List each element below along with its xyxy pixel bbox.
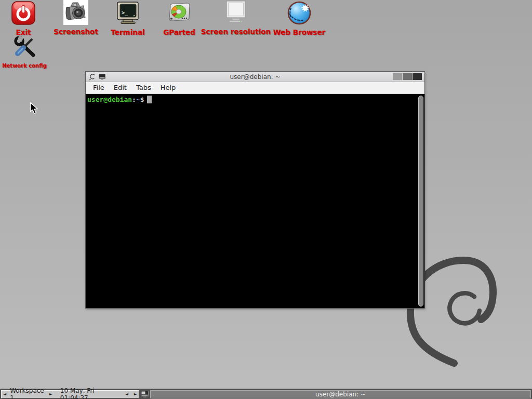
close-button[interactable] xyxy=(413,73,422,80)
crt-terminal-icon: >_ xyxy=(115,1,140,25)
prompt-symbol: $ xyxy=(140,96,144,103)
tools-icon xyxy=(11,34,38,61)
monitor-icon xyxy=(223,0,248,25)
camera-icon xyxy=(63,0,88,25)
taskbar-window-title: user@debian: ~ xyxy=(315,391,366,398)
prompt-path: ~ xyxy=(136,96,140,103)
maximize-button[interactable] xyxy=(403,73,412,80)
terminal-screen[interactable]: user@debian:~$ xyxy=(86,94,424,308)
window-menu-swirl-icon[interactable] xyxy=(89,73,96,81)
minimize-button[interactable] xyxy=(393,73,402,80)
menu-edit[interactable]: Edit xyxy=(109,82,131,94)
window-list-next-arrow[interactable]: ► xyxy=(130,391,139,398)
power-icon xyxy=(11,1,36,25)
taskbar: ◄ Workspace 1 ► 10 May, Fri 01:04:37 ◄ ►… xyxy=(0,389,532,399)
desktop-icon-label: Screen resolution xyxy=(201,28,271,36)
desktop-icon-gparted[interactable]: GParted xyxy=(151,1,208,36)
shell-prompt: user@debian:~$ xyxy=(87,96,152,103)
taskbar-clock: 10 May, Fri 01:04:37 xyxy=(54,387,119,399)
menu-file[interactable]: File xyxy=(88,82,109,94)
desktop-icon-network-config[interactable]: Network config xyxy=(0,34,53,69)
disk-partition-icon xyxy=(167,1,192,25)
desktop-icon-label: Terminal xyxy=(111,28,144,36)
menu-tabs[interactable]: Tabs xyxy=(131,82,156,94)
desktop-icon-label: Screenshot xyxy=(54,28,98,36)
workspace-prev-arrow[interactable]: ◄ xyxy=(2,391,8,398)
window-menubar: File Edit Tabs Help xyxy=(86,82,424,94)
window-list-prev-arrow[interactable]: ◄ xyxy=(124,391,130,398)
taskbar-window-button[interactable]: user@debian: ~ xyxy=(150,390,531,398)
window-terminal-icon xyxy=(99,74,105,80)
prompt-colon: : xyxy=(132,96,136,103)
window-title: user@debian: ~ xyxy=(86,73,424,81)
desktop-icon-label: Network config xyxy=(2,63,47,69)
globe-icon xyxy=(287,1,312,25)
menu-help[interactable]: Help xyxy=(156,82,181,94)
desktop-icon-web-browser[interactable]: Web Browser xyxy=(271,1,328,36)
desktop-icon-exit[interactable]: Exit xyxy=(0,1,52,36)
desktop-icon-label: Web Browser xyxy=(273,28,325,36)
desktop-icon-screenshot[interactable]: Screenshot xyxy=(47,0,104,36)
svg-text:>_: >_ xyxy=(122,10,128,16)
terminal-scrollbar[interactable] xyxy=(418,95,424,307)
scrollbar-thumb[interactable] xyxy=(418,96,423,307)
prompt-user-host: user@debian xyxy=(87,96,132,103)
desktop: { "colors": { "desktop_label_red": "#d90… xyxy=(0,0,532,399)
window-titlebar[interactable]: user@debian: ~ xyxy=(86,72,424,82)
workspace-next-arrow[interactable]: ► xyxy=(48,391,54,398)
desktop-icon-screen-resolution[interactable]: Screen resolution xyxy=(207,0,264,36)
terminal-cursor xyxy=(147,96,152,103)
desktop-icon-label: GParted xyxy=(163,28,195,36)
workspace-pager: ◄ Workspace 1 ► 10 May, Fri 01:04:37 ◄ ► xyxy=(1,390,139,398)
terminal-window: user@debian: ~ File Edit Tabs Help user@… xyxy=(85,71,425,309)
mouse-cursor xyxy=(30,102,39,115)
workspace-label: Workspace 1 xyxy=(8,387,48,399)
desktop-icon-terminal[interactable]: >_ Terminal xyxy=(99,1,156,36)
task-monitor-icon xyxy=(141,391,149,398)
